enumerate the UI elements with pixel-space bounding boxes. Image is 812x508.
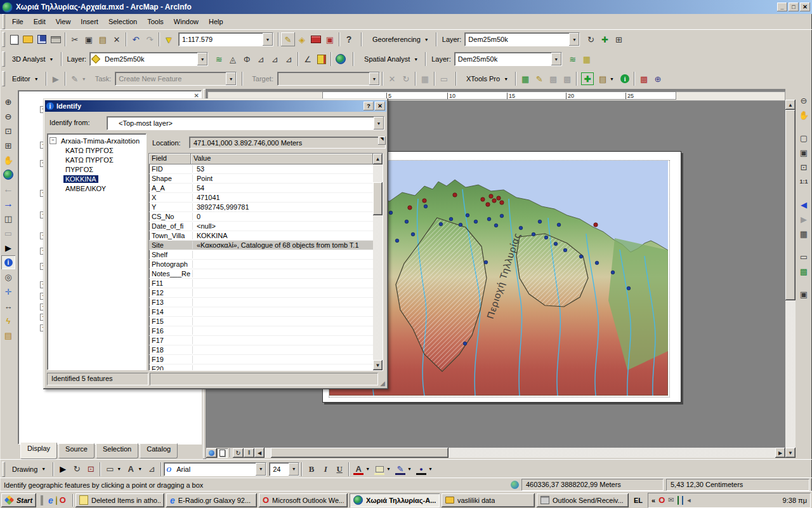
- hscroll-left-arrow[interactable]: ◀: [254, 448, 265, 458]
- vertical-scrollbar-track[interactable]: [785, 110, 796, 448]
- chevron-down-icon[interactable]: ▼: [117, 467, 121, 471]
- tab-source[interactable]: Source: [58, 443, 95, 458]
- back-extent-tool[interactable]: ←: [1, 182, 16, 196]
- font-combo[interactable]: O Arial ▼: [164, 462, 266, 476]
- 3d-analyst-menu[interactable]: 3D Analyst ▼: [7, 53, 59, 65]
- tree-item-pyrgos[interactable]: ΠΥΡΓΟΣ: [63, 164, 146, 174]
- italic-button[interactable]: I: [318, 462, 332, 476]
- chevron-down-icon[interactable]: ▼: [138, 467, 142, 471]
- fixed-zoom-out-tool[interactable]: ⊞: [1, 138, 16, 152]
- spatial-layer-combo[interactable]: Dem25m50k ▼: [454, 52, 562, 66]
- new-text-tool[interactable]: A: [124, 462, 138, 476]
- xtools-about-button[interactable]: i: [618, 72, 632, 86]
- task-button-outlook-web[interactable]: O Microsoft Outlook We...: [259, 493, 348, 507]
- dialog-help-button[interactable]: ?: [363, 102, 374, 110]
- attribute-row[interactable]: Site «Κακοσκαλί», Catalogue of 68 object…: [149, 241, 373, 250]
- spatial-analyst-menu[interactable]: Spatial Analyst ▼: [359, 53, 423, 65]
- grid-scroll-up-arrow[interactable]: ▲: [373, 154, 383, 164]
- horizontal-scrollbar-track[interactable]: [265, 448, 775, 458]
- create-contours-tool[interactable]: ≋: [212, 52, 226, 66]
- grid-scroll-down-arrow[interactable]: ▼: [373, 360, 383, 370]
- select-elements-tool[interactable]: ▶: [1, 241, 16, 255]
- zoom-whole-page-tool[interactable]: ▢: [796, 131, 811, 145]
- attribute-row[interactable]: A_A 54: [149, 184, 373, 193]
- maximize-button[interactable]: □: [789, 3, 799, 11]
- task-button-deleted-items[interactable]: Deleted Items in atho...: [75, 493, 164, 507]
- open-map-button[interactable]: [21, 32, 35, 46]
- font-size-combo[interactable]: 24 ▼: [269, 462, 299, 476]
- sketch-properties-button[interactable]: ▭: [437, 72, 451, 86]
- attribute-row[interactable]: Y 3892745,999781: [149, 203, 373, 212]
- menu-tools[interactable]: Tools: [142, 15, 169, 28]
- cut-button[interactable]: ✂: [68, 32, 82, 46]
- xtools-layer-operations-button[interactable]: ▤: [596, 72, 610, 86]
- tab-catalog[interactable]: Catalog: [140, 443, 178, 458]
- attributes-button[interactable]: ▦: [418, 72, 432, 86]
- attribute-row[interactable]: F11: [149, 279, 373, 288]
- location-expand-button[interactable]: ◥: [378, 137, 386, 145]
- bold-button[interactable]: B: [304, 462, 318, 476]
- menu-view[interactable]: View: [51, 15, 76, 28]
- profile-graph-tool[interactable]: ∠: [301, 52, 315, 66]
- menu-window[interactable]: Window: [169, 15, 204, 28]
- edit-vertices-tool[interactable]: ⊿: [145, 462, 159, 476]
- tray-mail-icon[interactable]: ✉: [668, 496, 674, 504]
- zoom-out-tool[interactable]: ⊖: [1, 109, 16, 123]
- toggle-draft-mode-tool[interactable]: ▦: [796, 227, 811, 241]
- chevron-down-icon[interactable]: ▼: [263, 33, 273, 46]
- attribute-row[interactable]: Date_of_fi <null>: [149, 222, 373, 231]
- redo-button[interactable]: ↷: [143, 32, 157, 46]
- vscroll-up-arrow[interactable]: ▲: [785, 100, 796, 110]
- zoom-100-tool[interactable]: 1:1: [796, 175, 811, 189]
- hscroll-right-arrow[interactable]: ▶: [775, 448, 785, 458]
- tray-clock[interactable]: 9:38 πμ: [783, 497, 807, 504]
- overview-window-tool[interactable]: ▤: [1, 328, 16, 342]
- tray-opera-icon[interactable]: O: [658, 495, 665, 505]
- chevron-down-icon[interactable]: ▼: [407, 467, 412, 471]
- font-color-button[interactable]: A: [351, 462, 365, 476]
- chevron-down-icon[interactable]: ▼: [428, 467, 433, 471]
- refresh-view-button[interactable]: ↻: [233, 448, 244, 458]
- tree-item-label[interactable]: ΑΜΒΕΛΙΚΟΥ: [63, 185, 108, 192]
- 3d-layer-combo[interactable]: Dem25m50k ▼: [89, 52, 208, 66]
- paste-button[interactable]: ▤: [96, 32, 110, 46]
- chevron-down-icon[interactable]: ▼: [551, 53, 561, 65]
- full-extent-tool[interactable]: [1, 168, 16, 182]
- start-button[interactable]: Start: [1, 493, 36, 507]
- arctoolbox-button[interactable]: [309, 32, 323, 46]
- chevron-down-icon[interactable]: ▼: [256, 463, 266, 476]
- internet-explorer-launcher[interactable]: e: [48, 495, 53, 505]
- select-elements-button[interactable]: ▶: [56, 462, 70, 476]
- attribute-row[interactable]: X 471041: [149, 193, 373, 203]
- dialog-resize-grip[interactable]: ◢: [380, 380, 385, 387]
- print-button[interactable]: [49, 32, 63, 46]
- layout-view-button[interactable]: [217, 448, 228, 458]
- attribute-row[interactable]: F17: [149, 336, 373, 345]
- chevron-down-icon[interactable]: ▼: [386, 467, 391, 471]
- close-button[interactable]: ✕: [800, 3, 810, 11]
- xtools-zoom-button[interactable]: ⊕: [651, 72, 665, 86]
- map-scale-combo[interactable]: 1:117.579 ▼: [178, 32, 273, 46]
- tray-shield-icon[interactable]: [678, 497, 679, 504]
- layout-pan-tool[interactable]: ✋: [796, 108, 811, 122]
- arcscene-button[interactable]: [315, 52, 329, 66]
- grid-scrollbar[interactable]: ▼: [373, 164, 383, 370]
- go-back-extent-page-tool[interactable]: ◀: [796, 197, 811, 211]
- chevron-down-icon[interactable]: ▼: [365, 467, 370, 471]
- tree-root-item[interactable]: − Arxaia-Tmima-Arxaitotion: [49, 136, 146, 145]
- attribute-row[interactable]: Photograph: [149, 260, 373, 269]
- chevron-down-icon[interactable]: ▼: [374, 117, 384, 130]
- draft-page-tool[interactable]: ▭: [796, 250, 811, 264]
- grid-scrollbar-thumb[interactable]: [373, 182, 383, 215]
- rotate-tool[interactable]: ↻: [399, 72, 413, 86]
- spatial-contour-tool[interactable]: ≋: [566, 52, 580, 66]
- zoom-to-selected-button[interactable]: ⊡: [84, 462, 98, 476]
- view-link-table-button[interactable]: ⊞: [612, 32, 625, 46]
- new-rectangle-tool[interactable]: ▭: [103, 462, 117, 476]
- menu-file[interactable]: File: [7, 15, 29, 28]
- pan-tool[interactable]: ✋: [1, 153, 16, 167]
- attribute-row[interactable]: F16: [149, 326, 373, 336]
- xtools-convert-button[interactable]: ▩: [546, 72, 560, 86]
- change-layout-tool[interactable]: ▣: [796, 287, 811, 301]
- tree-item-label[interactable]: ΚΑΤΩ ΠΥΡΓΟΣ: [63, 147, 115, 154]
